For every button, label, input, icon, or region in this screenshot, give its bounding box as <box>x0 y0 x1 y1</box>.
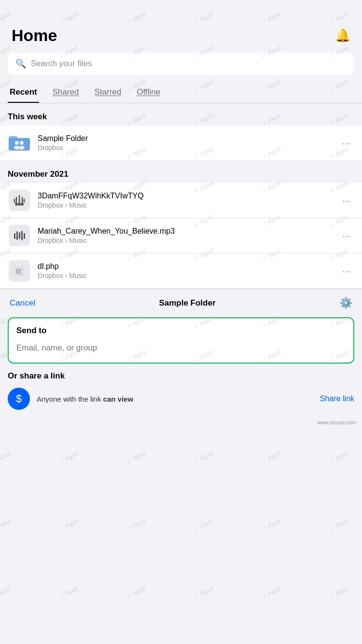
svg-point-9 <box>21 203 24 206</box>
share-link-section: Or share a link $ Anyone with the link c… <box>0 371 362 418</box>
folder-icon <box>8 131 31 154</box>
svg-point-4 <box>20 141 24 145</box>
svg-point-6 <box>19 146 25 150</box>
svg-point-8 <box>15 203 18 206</box>
file-path: Dropbox › Music <box>38 201 332 209</box>
main-content: Home 🔔 🔍 Search your files Recent Shared… <box>0 0 362 644</box>
svg-rect-11 <box>16 231 18 240</box>
link-avatar: $ <box>8 388 30 410</box>
file-path: Dropbox › Music <box>38 272 332 280</box>
send-to-section: Send to <box>8 317 354 364</box>
file-name: Mariah_Carey_When_You_Believe.mp3 <box>38 227 332 236</box>
watermark: ✓ Aiprii <box>193 450 214 465</box>
website-label: www.deuaq.com <box>0 418 362 427</box>
search-placeholder: Search your files <box>31 59 92 69</box>
link-description: Anyone with the link can view <box>37 394 313 404</box>
list-item[interactable]: Sample Folder Dropbox ··· <box>0 126 362 161</box>
list-item[interactable]: {} dl.php Dropbox › Music ··· <box>0 253 362 289</box>
svg-rect-14 <box>24 233 25 239</box>
watermark: ✓ Aiprii <box>0 450 12 465</box>
audio-file-icon-2 <box>8 224 31 247</box>
file-path: Dropbox › Music <box>38 237 332 244</box>
file-path: Dropbox <box>38 144 332 152</box>
share-sheet-title: Sample Folder <box>159 298 215 308</box>
more-options-button[interactable]: ··· <box>338 193 354 208</box>
tab-shared[interactable]: Shared <box>51 83 81 103</box>
header: Home 🔔 <box>0 0 362 53</box>
code-file-icon: {} <box>8 259 31 282</box>
watermark: ✓ Aiprii <box>125 450 147 465</box>
watermark: ✓ Aiprii <box>57 585 79 601</box>
watermark: ✓ Aiprii <box>125 518 147 533</box>
watermark: ✓ Aiprii <box>260 518 282 533</box>
more-options-button[interactable]: ··· <box>338 264 354 279</box>
watermark: ✓ Aiprii <box>57 518 79 533</box>
search-container: 🔍 Search your files <box>0 53 362 83</box>
watermark: ✓ Aiprii <box>193 518 214 533</box>
tab-recent[interactable]: Recent <box>8 83 39 103</box>
watermark: ✓ Aiprii <box>328 585 349 601</box>
link-description-bold: can view <box>103 395 134 403</box>
share-link-row: $ Anyone with the link can view Share li… <box>8 388 354 410</box>
home-section: Home 🔔 🔍 Search your files Recent Shared… <box>0 0 362 289</box>
cancel-button[interactable]: Cancel <box>10 298 35 308</box>
audio-file-icon <box>8 189 31 212</box>
share-link-button[interactable]: Share link <box>320 394 354 403</box>
send-to-input[interactable] <box>16 341 346 355</box>
svg-point-3 <box>15 141 19 145</box>
file-info: Sample Folder Dropbox <box>38 134 332 152</box>
list-item[interactable]: Mariah_Carey_When_You_Believe.mp3 Dropbo… <box>0 218 362 253</box>
page-title: Home <box>12 26 57 45</box>
watermark: ✓ Aiprii <box>260 585 282 601</box>
section-header-nov: November 2021 <box>0 161 362 183</box>
watermark: ✓ Aiprii <box>57 450 79 465</box>
svg-rect-10 <box>14 233 15 239</box>
search-icon: 🔍 <box>15 58 26 69</box>
watermark: ✓ Aiprii <box>260 450 282 465</box>
send-to-label: Send to <box>16 326 346 336</box>
bottom-sheet: Cancel Sample Folder ⚙️ Send to Or share… <box>0 289 362 427</box>
svg-rect-13 <box>21 231 23 240</box>
link-description-pre: Anyone with the link <box>37 395 103 403</box>
more-options-button[interactable]: ··· <box>338 228 354 243</box>
file-name: dl.php <box>38 262 332 271</box>
file-info: dl.php Dropbox › Music <box>38 262 332 280</box>
file-info: Mariah_Carey_When_You_Believe.mp3 Dropbo… <box>38 227 332 244</box>
file-info: 3DamFFqW32WihKkTVIwTYQ Dropbox › Music <box>38 192 332 209</box>
file-name: Sample Folder <box>38 134 332 143</box>
section-header-this-week: This week <box>0 103 362 126</box>
tab-starred[interactable]: Starred <box>93 83 124 103</box>
settings-icon[interactable]: ⚙️ <box>339 297 352 309</box>
tabs-container: Recent Shared Starred Offline <box>0 83 362 103</box>
share-link-label: Or share a link <box>8 371 354 381</box>
svg-point-7 <box>18 203 21 206</box>
watermark: ✓ Aiprii <box>193 585 214 601</box>
file-name: 3DamFFqW32WihKkTVIwTYQ <box>38 192 332 200</box>
svg-rect-12 <box>19 232 20 239</box>
link-icon: $ <box>16 392 22 405</box>
list-item[interactable]: 3DamFFqW32WihKkTVIwTYQ Dropbox › Music ·… <box>0 183 362 218</box>
share-header: Cancel Sample Folder ⚙️ <box>0 289 362 317</box>
watermark: ✓ Aiprii <box>0 518 12 533</box>
file-list: This week Sample Folde <box>0 103 362 289</box>
watermark: ✓ Aiprii <box>0 585 12 601</box>
watermark: ✓ Aiprii <box>125 585 147 601</box>
watermark: ✓ Aiprii <box>328 518 349 533</box>
search-bar[interactable]: 🔍 Search your files <box>8 53 354 75</box>
bell-icon[interactable]: 🔔 <box>335 28 350 43</box>
more-options-button[interactable]: ··· <box>338 136 354 151</box>
watermark: ✓ Aiprii <box>328 450 349 465</box>
tab-offline[interactable]: Offline <box>135 83 162 103</box>
